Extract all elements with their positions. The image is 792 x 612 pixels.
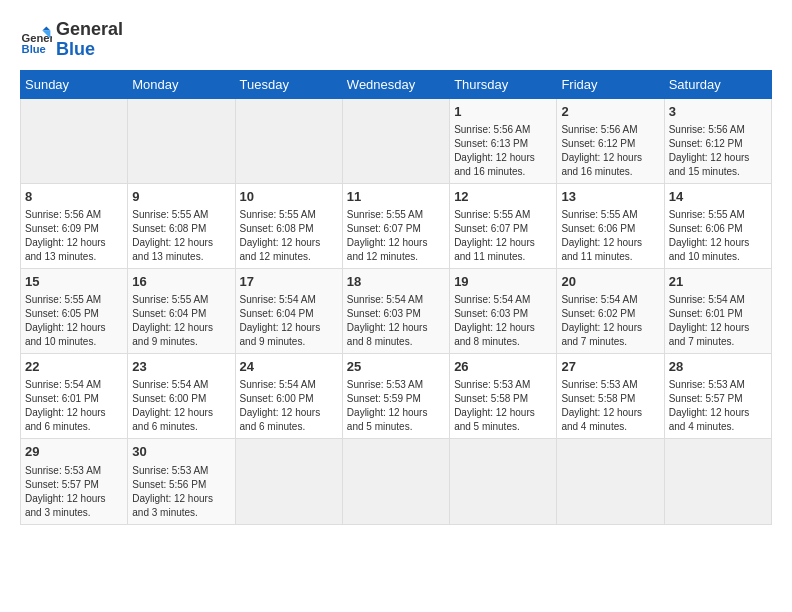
day-info: Sunrise: 5:56 AMSunset: 6:13 PMDaylight:… [454, 123, 552, 179]
day-info: Sunrise: 5:55 AMSunset: 6:07 PMDaylight:… [347, 208, 445, 264]
day-header-saturday: Saturday [664, 70, 771, 98]
calendar-cell: 10Sunrise: 5:55 AMSunset: 6:08 PMDayligh… [235, 183, 342, 268]
day-header-tuesday: Tuesday [235, 70, 342, 98]
day-header-sunday: Sunday [21, 70, 128, 98]
day-info: Sunrise: 5:54 AMSunset: 6:03 PMDaylight:… [347, 293, 445, 349]
calendar-cell: 12Sunrise: 5:55 AMSunset: 6:07 PMDayligh… [450, 183, 557, 268]
day-number: 9 [132, 188, 230, 206]
calendar-week-4: 22Sunrise: 5:54 AMSunset: 6:01 PMDayligh… [21, 354, 772, 439]
calendar-cell [342, 98, 449, 183]
calendar-cell [342, 439, 449, 524]
calendar-cell: 30Sunrise: 5:53 AMSunset: 5:56 PMDayligh… [128, 439, 235, 524]
calendar-header: SundayMondayTuesdayWednesdayThursdayFrid… [21, 70, 772, 98]
day-number: 8 [25, 188, 123, 206]
day-info: Sunrise: 5:53 AMSunset: 5:57 PMDaylight:… [25, 464, 123, 520]
calendar-cell [557, 439, 664, 524]
calendar-cell: 15Sunrise: 5:55 AMSunset: 6:05 PMDayligh… [21, 268, 128, 353]
calendar-cell: 24Sunrise: 5:54 AMSunset: 6:00 PMDayligh… [235, 354, 342, 439]
logo-icon: General Blue [20, 24, 52, 56]
day-number: 14 [669, 188, 767, 206]
calendar-cell: 27Sunrise: 5:53 AMSunset: 5:58 PMDayligh… [557, 354, 664, 439]
day-number: 10 [240, 188, 338, 206]
logo-general: General [56, 20, 123, 40]
day-number: 19 [454, 273, 552, 291]
calendar-cell: 26Sunrise: 5:53 AMSunset: 5:58 PMDayligh… [450, 354, 557, 439]
calendar-week-3: 15Sunrise: 5:55 AMSunset: 6:05 PMDayligh… [21, 268, 772, 353]
logo: General Blue General Blue [20, 20, 123, 60]
calendar-cell: 21Sunrise: 5:54 AMSunset: 6:01 PMDayligh… [664, 268, 771, 353]
calendar-cell: 1Sunrise: 5:56 AMSunset: 6:13 PMDaylight… [450, 98, 557, 183]
calendar-cell [235, 98, 342, 183]
day-number: 17 [240, 273, 338, 291]
day-header-monday: Monday [128, 70, 235, 98]
day-number: 21 [669, 273, 767, 291]
day-info: Sunrise: 5:54 AMSunset: 6:01 PMDaylight:… [25, 378, 123, 434]
day-info: Sunrise: 5:53 AMSunset: 5:58 PMDaylight:… [454, 378, 552, 434]
calendar-table: SundayMondayTuesdayWednesdayThursdayFrid… [20, 70, 772, 525]
day-info: Sunrise: 5:55 AMSunset: 6:06 PMDaylight:… [669, 208, 767, 264]
day-number: 30 [132, 443, 230, 461]
calendar-cell: 16Sunrise: 5:55 AMSunset: 6:04 PMDayligh… [128, 268, 235, 353]
day-info: Sunrise: 5:55 AMSunset: 6:08 PMDaylight:… [132, 208, 230, 264]
calendar-cell: 2Sunrise: 5:56 AMSunset: 6:12 PMDaylight… [557, 98, 664, 183]
day-info: Sunrise: 5:54 AMSunset: 6:00 PMDaylight:… [132, 378, 230, 434]
day-info: Sunrise: 5:53 AMSunset: 5:56 PMDaylight:… [132, 464, 230, 520]
calendar-cell: 14Sunrise: 5:55 AMSunset: 6:06 PMDayligh… [664, 183, 771, 268]
calendar-cell: 29Sunrise: 5:53 AMSunset: 5:57 PMDayligh… [21, 439, 128, 524]
day-info: Sunrise: 5:55 AMSunset: 6:05 PMDaylight:… [25, 293, 123, 349]
day-number: 20 [561, 273, 659, 291]
day-number: 11 [347, 188, 445, 206]
page-header: General Blue General Blue [20, 20, 772, 60]
calendar-cell: 3Sunrise: 5:56 AMSunset: 6:12 PMDaylight… [664, 98, 771, 183]
day-number: 2 [561, 103, 659, 121]
calendar-cell [664, 439, 771, 524]
calendar-cell: 11Sunrise: 5:55 AMSunset: 6:07 PMDayligh… [342, 183, 449, 268]
day-info: Sunrise: 5:56 AMSunset: 6:12 PMDaylight:… [669, 123, 767, 179]
day-info: Sunrise: 5:55 AMSunset: 6:08 PMDaylight:… [240, 208, 338, 264]
day-number: 22 [25, 358, 123, 376]
svg-text:Blue: Blue [22, 43, 46, 55]
calendar-cell: 13Sunrise: 5:55 AMSunset: 6:06 PMDayligh… [557, 183, 664, 268]
day-number: 16 [132, 273, 230, 291]
day-header-thursday: Thursday [450, 70, 557, 98]
day-info: Sunrise: 5:54 AMSunset: 6:04 PMDaylight:… [240, 293, 338, 349]
day-info: Sunrise: 5:53 AMSunset: 5:59 PMDaylight:… [347, 378, 445, 434]
day-number: 24 [240, 358, 338, 376]
day-info: Sunrise: 5:54 AMSunset: 6:00 PMDaylight:… [240, 378, 338, 434]
day-info: Sunrise: 5:54 AMSunset: 6:02 PMDaylight:… [561, 293, 659, 349]
day-info: Sunrise: 5:55 AMSunset: 6:04 PMDaylight:… [132, 293, 230, 349]
calendar-cell [235, 439, 342, 524]
calendar-cell: 8Sunrise: 5:56 AMSunset: 6:09 PMDaylight… [21, 183, 128, 268]
calendar-week-1: 1Sunrise: 5:56 AMSunset: 6:13 PMDaylight… [21, 98, 772, 183]
day-info: Sunrise: 5:54 AMSunset: 6:03 PMDaylight:… [454, 293, 552, 349]
calendar-cell: 23Sunrise: 5:54 AMSunset: 6:00 PMDayligh… [128, 354, 235, 439]
day-number: 15 [25, 273, 123, 291]
day-number: 1 [454, 103, 552, 121]
calendar-cell: 18Sunrise: 5:54 AMSunset: 6:03 PMDayligh… [342, 268, 449, 353]
calendar-cell [128, 98, 235, 183]
day-info: Sunrise: 5:53 AMSunset: 5:57 PMDaylight:… [669, 378, 767, 434]
logo-blue: Blue [56, 40, 123, 60]
day-info: Sunrise: 5:56 AMSunset: 6:12 PMDaylight:… [561, 123, 659, 179]
calendar-cell: 28Sunrise: 5:53 AMSunset: 5:57 PMDayligh… [664, 354, 771, 439]
calendar-cell: 19Sunrise: 5:54 AMSunset: 6:03 PMDayligh… [450, 268, 557, 353]
calendar-cell: 20Sunrise: 5:54 AMSunset: 6:02 PMDayligh… [557, 268, 664, 353]
calendar-cell: 25Sunrise: 5:53 AMSunset: 5:59 PMDayligh… [342, 354, 449, 439]
day-number: 26 [454, 358, 552, 376]
day-header-friday: Friday [557, 70, 664, 98]
day-number: 28 [669, 358, 767, 376]
calendar-cell: 9Sunrise: 5:55 AMSunset: 6:08 PMDaylight… [128, 183, 235, 268]
calendar-week-5: 29Sunrise: 5:53 AMSunset: 5:57 PMDayligh… [21, 439, 772, 524]
day-number: 12 [454, 188, 552, 206]
day-number: 3 [669, 103, 767, 121]
calendar-cell: 17Sunrise: 5:54 AMSunset: 6:04 PMDayligh… [235, 268, 342, 353]
svg-marker-2 [42, 26, 50, 30]
day-number: 27 [561, 358, 659, 376]
day-number: 18 [347, 273, 445, 291]
calendar-week-2: 8Sunrise: 5:56 AMSunset: 6:09 PMDaylight… [21, 183, 772, 268]
day-info: Sunrise: 5:53 AMSunset: 5:58 PMDaylight:… [561, 378, 659, 434]
day-info: Sunrise: 5:54 AMSunset: 6:01 PMDaylight:… [669, 293, 767, 349]
day-header-wednesday: Wednesday [342, 70, 449, 98]
day-number: 13 [561, 188, 659, 206]
calendar-cell: 22Sunrise: 5:54 AMSunset: 6:01 PMDayligh… [21, 354, 128, 439]
